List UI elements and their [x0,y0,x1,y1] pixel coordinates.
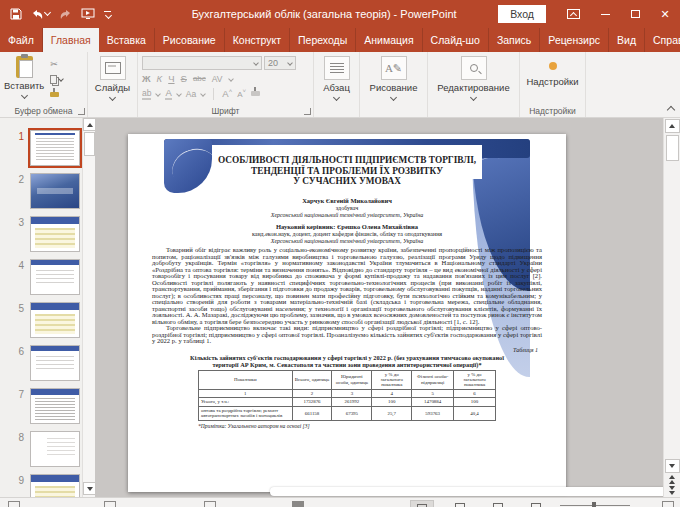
thumbnail-scrollbar[interactable] [82,118,95,497]
slide-5-preview[interactable] [30,302,80,338]
slide-canvas[interactable]: ОСОБЛИВОСТІ ДІЯЛЬНОСТІ ПІДПРИЄМСТВ ТОРГІ… [95,118,663,497]
horizontal-scrollbar[interactable] [95,486,663,497]
shrink-font-button[interactable]: А˅ [237,88,246,99]
font-name-combo[interactable] [142,56,262,70]
ribbon: Вставить ✂ Буфер обмена Слайды 20 Ж К Ч [0,52,680,118]
ribbon-spacer [586,52,680,117]
tab-transitions[interactable]: Переходы [290,28,356,52]
addins-button[interactable]: Надстройки [524,56,581,87]
format-painter-button[interactable] [50,88,63,100]
tab-view[interactable]: Вид [609,28,645,52]
clear-formatting-icon[interactable] [251,91,260,96]
double-strike-button[interactable]: abc [193,74,206,83]
scroll-down-button[interactable] [665,459,680,473]
addins-icon [549,62,557,70]
undo-dropdown-caret[interactable] [44,9,51,16]
slide-7-preview[interactable] [30,388,80,424]
undo-button[interactable] [31,9,50,20]
character-spacing-button[interactable]: AV [212,74,223,84]
sign-in-button[interactable]: Вход [498,5,546,23]
scroll-up-button[interactable] [665,119,680,133]
paste-caret-icon [21,92,28,99]
tab-insert[interactable]: Вставка [99,28,155,52]
notes-toggle-icon[interactable] [292,501,304,507]
thumbnail-scroll-thumb[interactable] [84,132,95,156]
ribbon-display-options-button[interactable] [560,0,590,28]
slides-button[interactable]: Слайды [92,56,133,100]
data-cell: 261992 [332,398,372,406]
clipboard-group-label: Буфер обмена [0,106,87,116]
font-size-combo[interactable]: 20 [264,56,296,70]
horizontal-scroll-thumb[interactable] [270,487,663,496]
tab-draw[interactable]: Рисование [155,28,225,52]
previous-slide-button[interactable] [669,475,675,484]
save-icon[interactable] [10,8,22,20]
font-dialog-launcher[interactable] [304,108,311,115]
drawing-group: А✎ Рисование [360,52,428,117]
spacing-caret-icon[interactable] [228,76,234,82]
minimize-button[interactable] [590,0,620,28]
editing-caret-icon [470,94,477,101]
strikethrough-button[interactable]: S [181,73,187,84]
highlight-button[interactable]: ab [142,88,151,100]
tab-help[interactable]: Справка [645,28,680,52]
slide-2-preview[interactable] [30,173,80,209]
editing-button[interactable]: Редактирование [432,56,515,100]
grow-font-button[interactable]: А˄ [222,88,232,99]
tab-animations[interactable]: Анимация [356,28,422,52]
tab-record[interactable]: Запись [489,28,540,52]
drawing-caret-icon [390,94,397,101]
paragraph-button[interactable]: Абзац [318,56,355,100]
thumbnail-scroll-up-button[interactable] [83,118,95,131]
start-slideshow-icon[interactable] [81,8,95,20]
tab-home[interactable]: Главная [43,28,99,52]
double-down-icon [669,486,675,490]
slide-4-preview[interactable] [30,259,80,295]
table-footnote: *Примітка: Узагальнено автором на основі… [198,423,496,429]
slide-8-preview[interactable] [30,431,80,467]
slide-1-preview[interactable] [30,130,80,166]
change-case-button[interactable]: Аа [186,89,197,99]
body-paragraph-2: Торговельне підприємництво включає такі … [152,325,542,345]
tab-design[interactable]: Конструкт [225,28,290,52]
editing-label: Редактирование [437,82,509,93]
zoom-slider-knob[interactable] [592,502,596,507]
bold-button[interactable]: Ж [142,73,151,84]
accessibility-icon[interactable] [204,501,216,507]
next-slide-button[interactable] [669,486,675,495]
triangle-up-icon [669,124,675,128]
slide-6-preview[interactable] [30,345,80,381]
tab-slideshow[interactable]: Слайд-шо [423,28,489,52]
slide-sorter-button[interactable] [448,500,472,507]
reading-view-button[interactable] [486,500,510,507]
slide-sorter-icon [455,503,465,507]
author-affiliation: Херсонський національний технічний уніве… [152,212,542,219]
slides-caret-icon [109,94,116,101]
customize-qat-button[interactable] [104,11,111,18]
font-color-button[interactable]: А [165,87,171,100]
spellcheck-icon[interactable] [104,501,116,507]
title-bar: Бухгалтерський облік (загальна теорія) -… [0,0,680,28]
normal-view-button[interactable] [410,500,434,507]
maximize-button[interactable] [620,0,650,28]
slide-3-preview[interactable] [30,216,80,252]
slideshow-view-button[interactable] [524,500,548,507]
close-button[interactable]: ✕ [650,0,680,28]
data-cell: 100 [372,398,412,406]
vertical-scrollbar[interactable] [663,118,680,497]
slide-page[interactable]: ОСОБЛИВОСТІ ДІЯЛЬНОСТІ ПІДПРИЄМСТВ ТОРГІ… [128,134,566,492]
cut-button[interactable]: ✂ [50,58,63,70]
drawing-button[interactable]: А✎ Рисование [364,56,423,100]
tab-review[interactable]: Рецензирс [540,28,609,52]
paste-button[interactable]: Вставить [4,56,44,100]
fit-slide-button[interactable] [662,501,674,507]
underline-button[interactable]: Ч [168,73,174,84]
scroll-thumb[interactable] [666,135,679,161]
thumbnail-scroll-down-button[interactable] [83,482,95,495]
italic-button[interactable]: К [157,73,163,84]
clipboard-dialog-launcher[interactable] [78,108,85,115]
collapse-ribbon-button[interactable] [667,106,675,114]
copy-button[interactable] [50,73,63,85]
slide-9-preview[interactable] [30,474,80,497]
tab-file[interactable]: Файл [0,28,43,52]
